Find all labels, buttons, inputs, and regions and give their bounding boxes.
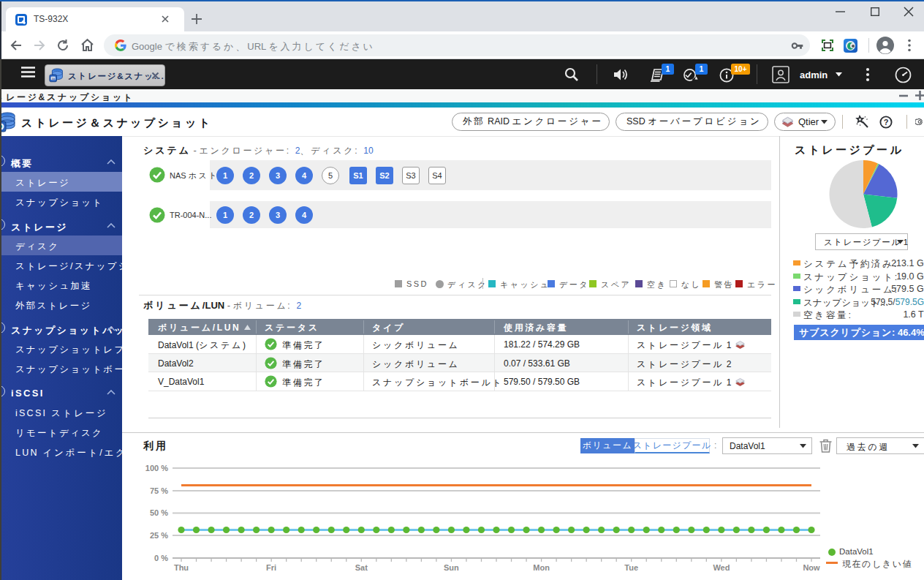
svg-text:50 %: 50 % <box>150 508 168 517</box>
svg-text:25 %: 25 % <box>150 531 168 540</box>
svg-text:Sun: Sun <box>444 563 459 572</box>
svg-text:10: 10 <box>51 77 55 80</box>
svg-text:Tue: Tue <box>624 563 638 572</box>
svg-text:Fri: Fri <box>266 563 276 572</box>
svg-text:0 %: 0 % <box>154 554 168 562</box>
svg-text:Mon: Mon <box>533 563 550 572</box>
svg-text:75 %: 75 % <box>150 486 168 495</box>
svg-text:Wed: Wed <box>713 563 730 572</box>
svg-text:Now: Now <box>803 563 820 572</box>
svg-text:100 %: 100 % <box>145 464 168 472</box>
svg-text:?: ? <box>884 118 889 127</box>
svg-text:Thu: Thu <box>174 563 189 572</box>
svg-text:Sat: Sat <box>355 563 368 572</box>
